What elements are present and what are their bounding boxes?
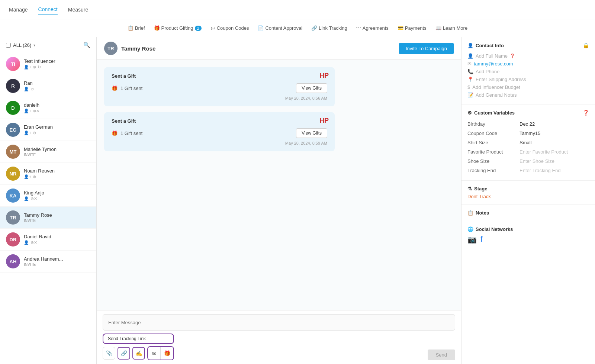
list-item[interactable]: MT Marielle Tymon INVITE [0, 141, 96, 163]
chat-influencer-name: Tammy Rose [121, 45, 155, 52]
chevron-down-icon: ▾ [33, 43, 35, 47]
list-item[interactable]: KA King Anjo 👤⊕✕ [0, 185, 96, 207]
help-icon: ❓ [510, 54, 515, 58]
subnav-agreements[interactable]: 〰 Agreements [356, 25, 389, 31]
email-icon: ✉ [152, 350, 157, 356]
nav-connect[interactable]: Connect [38, 5, 58, 15]
influencer-budget-row[interactable]: $ Add Influencer Budget [467, 83, 589, 91]
phone-icon: 📞 [467, 69, 473, 74]
gift-tool-button[interactable]: 🎁 [161, 347, 173, 360]
toolbar-left: Send Tracking Link 📎 🔗 ✍ [103, 334, 174, 360]
influencer-name: Eran German [24, 124, 90, 130]
subnav-product-gifting[interactable]: 🎁 Product Gifting 2 [154, 25, 202, 31]
social-networks-section: 🌐 Social Networks 📷 f [461, 221, 595, 249]
subnav-content-approval[interactable]: 📄 Content Approval [258, 25, 302, 31]
avatar: NR [6, 167, 20, 181]
list-item[interactable]: TI Test Influencer 👤+⊕↻ [0, 53, 96, 75]
general-notes-row[interactable]: 📝 Add General Notes [467, 91, 589, 99]
coupon-icon: 🏷 [210, 25, 215, 31]
var-row-tracking-end: Tracking End Enter Tracking End [467, 166, 589, 175]
var-value-shoe[interactable]: Enter Shoe Size [520, 157, 589, 166]
stage-title: ⚗ Stage [467, 186, 589, 191]
list-item[interactable]: D danielh 👤+⊕✕ [0, 97, 96, 119]
stage-value[interactable]: Dont Track [467, 194, 589, 199]
var-row-fav-product: Favorite Product Enter Favorite Product [467, 147, 589, 157]
search-icon[interactable]: 🔍 [83, 42, 90, 48]
var-value-shirt[interactable]: Small [520, 138, 589, 147]
signature-icon: ✍ [136, 350, 142, 356]
brief-icon: 📋 [128, 25, 134, 31]
signature-button[interactable]: ✍ [132, 347, 145, 360]
avatar: MT [6, 145, 20, 159]
subnav-learn-more[interactable]: 📖 Learn More [435, 25, 467, 31]
email-button[interactable]: ✉ [148, 347, 161, 360]
notes-section: 📋 Notes [461, 205, 595, 221]
send-button[interactable]: Send [428, 349, 455, 360]
message-input[interactable] [103, 314, 455, 331]
list-item[interactable]: AH Andrea Hannem... INVITE [0, 251, 96, 273]
list-item[interactable]: EG Eran German 👤+⊘ [0, 119, 96, 141]
influencer-icons: 👤+⊕↻ [24, 65, 90, 70]
list-item[interactable]: DR Daniel Ravid 👤⊕✕ [0, 229, 96, 251]
var-label-coupon: Coupon Code [467, 129, 520, 138]
var-value-tracking-end[interactable]: Enter Tracking End [520, 166, 589, 175]
view-gifts-button-1[interactable]: View Gifts [296, 83, 327, 93]
agreements-icon: 〰 [356, 25, 361, 31]
avatar: TR [6, 210, 20, 225]
chat-messages: HP Sent a Gift 🎁 1 Gift sent View Gifts … [97, 60, 461, 310]
shipping-address-row[interactable]: 📍 Enter Shipping Address [467, 75, 589, 83]
influencer-name: Test Influencer [24, 58, 90, 64]
list-item[interactable]: NR Noam Reuven 👤+⊕ [0, 163, 96, 185]
custom-vars-table: Birthday Dec 22 Coupon Code Tammy15 Shir… [467, 119, 589, 175]
list-item[interactable]: TR Tammy Rose INVITE [0, 207, 96, 229]
var-row-shoe: Shoe Size Enter Shoe Size [467, 157, 589, 166]
email-row: ✉ tammy@rose.com [467, 60, 589, 68]
contact-icon: 👤 [467, 43, 473, 48]
influencer-name: King Anjo [24, 190, 90, 196]
influencer-name: Tammy Rose [24, 212, 90, 218]
add-full-name-row[interactable]: 👤 Add Full Name ❓ [467, 52, 589, 60]
influencer-info: danielh 👤+⊕✕ [24, 102, 90, 113]
influencer-icons: 👤⊕✕ [24, 196, 90, 201]
left-sidebar: ALL (26) ▾ 🔍 TI Test Influencer 👤+⊕↻ R R… [0, 37, 97, 364]
stage-icon: ⚗ [467, 186, 472, 191]
avatar: EG [6, 123, 20, 137]
var-row-shirt: Shirt Size Small [467, 138, 589, 147]
instagram-icon[interactable]: 📷 [467, 235, 477, 244]
view-gifts-button-2[interactable]: View Gifts [296, 128, 327, 138]
contact-info-section: 👤 Contact Info 🔒 👤 Add Full Name ❓ ✉ tam… [461, 37, 595, 104]
var-row-coupon: Coupon Code Tammy15 [467, 129, 589, 138]
variables-icon: ⚙ [467, 110, 472, 116]
notes-title: 📋 Notes [467, 210, 589, 216]
list-item[interactable]: R Ran 👤⊘ [0, 75, 96, 97]
subnav-payments[interactable]: 💳 Payments [398, 25, 427, 31]
influencer-icons: 👤+⊕✕ [24, 109, 90, 113]
influencer-icons: 👤+⊕ [24, 174, 90, 179]
var-label-fav-product: Favorite Product [467, 147, 520, 157]
link-icon: 🔗 [121, 350, 127, 356]
subnav-coupon-codes[interactable]: 🏷 Coupon Codes [210, 25, 249, 31]
facebook-icon[interactable]: f [480, 235, 483, 244]
nav-measure[interactable]: Measure [68, 5, 88, 14]
nav-manage[interactable]: Manage [9, 5, 28, 14]
var-value-birthday[interactable]: Dec 22 [520, 119, 589, 129]
attach-button[interactable]: 📎 [103, 347, 115, 360]
contact-info-title: 👤 Contact Info [467, 43, 504, 48]
hp-logo-2: HP [319, 117, 329, 125]
influencer-info: Ran 👤⊘ [24, 80, 90, 91]
gift-tool-icon: 🎁 [164, 350, 170, 356]
var-value-fav-product[interactable]: Enter Favorite Product [520, 147, 589, 157]
gift-title-2: Sent a Gift [112, 118, 327, 124]
influencer-name: danielh [24, 102, 90, 108]
invite-badge: INVITE [24, 219, 90, 223]
gift-timestamp-1: May 28, 2024, 8:56 AM [112, 96, 327, 100]
subnav-brief[interactable]: 📋 Brief [128, 25, 145, 31]
subnav-link-tracking[interactable]: 🔗 Link Tracking [311, 25, 347, 31]
select-all-checkbox[interactable] [6, 43, 11, 48]
add-phone-row[interactable]: 📞 Add Phone [467, 68, 589, 75]
var-value-coupon[interactable]: Tammy15 [520, 129, 589, 138]
invite-to-campaign-button[interactable]: Invite To Campaign [399, 43, 454, 54]
notes-section-icon: 📋 [467, 210, 473, 216]
gift-info-2: 🎁 1 Gift sent [112, 131, 142, 136]
link-button[interactable]: 🔗 [118, 347, 130, 360]
